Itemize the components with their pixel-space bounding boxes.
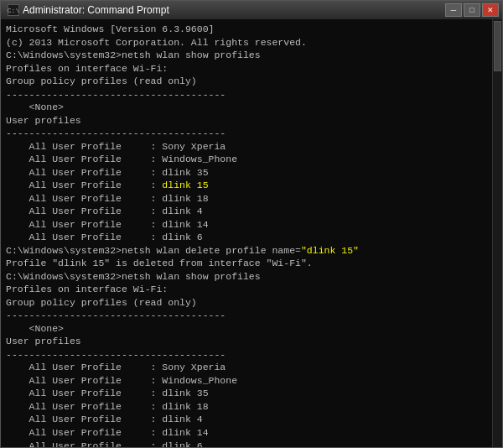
terminal-line: User profiles bbox=[6, 335, 485, 348]
terminal-line: All User Profile : dlink 6 bbox=[6, 440, 485, 448]
terminal-line: All User Profile : dlink 6 bbox=[6, 231, 485, 244]
terminal-body: Microsoft Windows [Version 6.3.9600](c) … bbox=[1, 19, 502, 447]
window-title: Administrator: Command Prompt bbox=[23, 4, 169, 16]
terminal-line: -------------------------------------- bbox=[6, 88, 485, 102]
minimize-button[interactable]: ─ bbox=[445, 3, 462, 17]
terminal-line: All User Profile : Sony Xperia bbox=[6, 140, 485, 154]
window-icon: C:\ bbox=[8, 4, 19, 16]
maximize-button[interactable]: □ bbox=[464, 3, 480, 17]
terminal-line: -------------------------------------- bbox=[6, 309, 485, 322]
close-button[interactable]: ✕ bbox=[482, 3, 499, 17]
terminal-line: All User Profile : dlink 4 bbox=[6, 205, 485, 218]
scrollbar[interactable] bbox=[492, 19, 502, 447]
terminal-line: All User Profile : dlink 14 bbox=[6, 218, 485, 232]
terminal-line: User profiles bbox=[6, 114, 485, 128]
terminal-line: All User Profile : dlink 18 bbox=[6, 400, 485, 414]
terminal-line: Profiles on interface Wi-Fi: bbox=[6, 62, 485, 76]
terminal-line: Profiles on interface Wi-Fi: bbox=[6, 283, 485, 296]
terminal-line: C:\Windows\system32>netsh wlan show prof… bbox=[6, 49, 485, 62]
scrollbar-thumb[interactable] bbox=[494, 21, 501, 71]
terminal-line: All User Profile : dlink 35 bbox=[6, 387, 485, 400]
terminal-line: All User Profile : Windows_Phone bbox=[6, 374, 485, 388]
terminal-line: All User Profile : dlink 35 bbox=[6, 166, 485, 180]
terminal-line: All User Profile : dlink 15 bbox=[6, 179, 485, 192]
terminal-line: C:\Windows\system32>netsh wlan show prof… bbox=[6, 270, 485, 284]
terminal-line: <None> bbox=[6, 322, 485, 336]
terminal-content: Microsoft Windows [Version 6.3.9600](c) … bbox=[6, 23, 497, 447]
terminal-line: Profile "dlink 15" is deleted from inter… bbox=[6, 257, 485, 270]
title-bar-left: C:\ Administrator: Command Prompt bbox=[8, 4, 169, 16]
terminal-line: All User Profile : Windows_Phone bbox=[6, 153, 485, 166]
window-controls: ─ □ ✕ bbox=[445, 3, 499, 17]
cmd-window: C:\ Administrator: Command Prompt ─ □ ✕ … bbox=[0, 0, 503, 448]
terminal-line: Microsoft Windows [Version 6.3.9600] bbox=[6, 23, 485, 36]
terminal-line: C:\Windows\system32>netsh wlan delete pr… bbox=[6, 244, 485, 258]
terminal-line: All User Profile : dlink 18 bbox=[6, 192, 485, 206]
terminal-line: -------------------------------------- bbox=[6, 348, 485, 362]
terminal-line: All User Profile : Sony Xperia bbox=[6, 361, 485, 374]
title-bar: C:\ Administrator: Command Prompt ─ □ ✕ bbox=[1, 1, 502, 19]
terminal-line: All User Profile : dlink 14 bbox=[6, 426, 485, 440]
terminal-line: Group policy profiles (read only) bbox=[6, 75, 485, 88]
terminal-line: (c) 2013 Microsoft Corporation. All righ… bbox=[6, 36, 485, 49]
terminal-line: <None> bbox=[6, 101, 485, 114]
terminal-line: Group policy profiles (read only) bbox=[6, 296, 485, 310]
terminal-line: -------------------------------------- bbox=[6, 127, 485, 140]
terminal-line: All User Profile : dlink 4 bbox=[6, 413, 485, 426]
